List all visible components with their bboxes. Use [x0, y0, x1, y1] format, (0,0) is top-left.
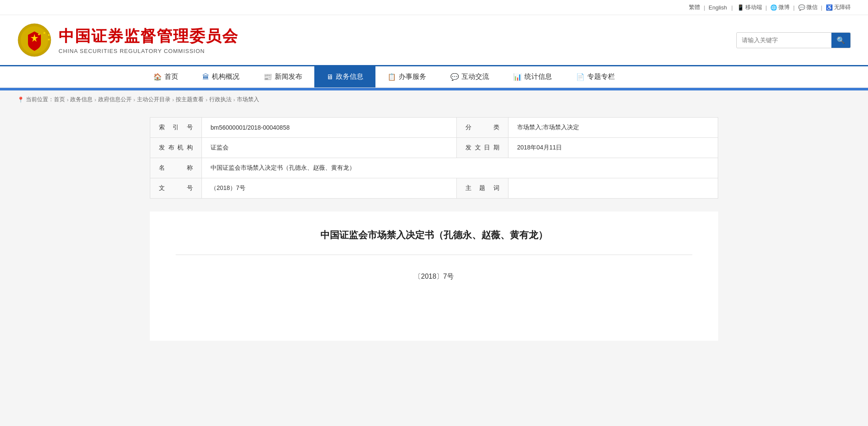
- breadcrumb-gov[interactable]: 政务信息: [70, 96, 93, 103]
- main-content: 索 引 号 bm56000001/2018-00040858 分 类 市场禁入;…: [133, 109, 735, 358]
- nav-link-interact[interactable]: 💬 互动交流: [438, 66, 501, 87]
- table-row-4: 文 号 （2018）7号 主 题 词: [150, 178, 718, 199]
- breadcrumb-theme[interactable]: 按主题查看: [176, 96, 204, 103]
- nav-item-interact: 💬 互动交流: [438, 66, 501, 87]
- accessibility-link[interactable]: 无障碍: [834, 3, 851, 11]
- nav-item-service: 📋 办事服务: [375, 66, 438, 87]
- weibo-link-group: 🌐 微博: [770, 3, 790, 11]
- bc-sep-4: ›: [172, 96, 174, 103]
- nav-link-news[interactable]: 📰 新闻发布: [251, 66, 314, 87]
- home-icon: 🏠: [153, 73, 162, 81]
- logo-area: 中国证券监督管理委员会 CHINA SECURITIES REGULATORY …: [17, 23, 239, 57]
- nav-link-home[interactable]: 🏠 首页: [141, 66, 190, 87]
- logo-text: 中国证券监督管理委员会 CHINA SECURITIES REGULATORY …: [59, 26, 239, 54]
- nav-label-topic: 专题专栏: [587, 72, 615, 81]
- separator-1: |: [704, 4, 705, 11]
- mobile-link-group: 📱 移动端: [737, 3, 762, 11]
- nav-label-gov: 政务信息: [336, 72, 363, 81]
- search-button[interactable]: 🔍: [831, 33, 850, 48]
- org-subtitle: CHINA SECURITIES REGULATORY COMMISSION: [59, 48, 239, 54]
- nav-label-interact: 互动交流: [462, 72, 489, 81]
- logo-emblem: [17, 23, 52, 57]
- gov-icon: 🖥: [326, 73, 333, 81]
- nav-item-gov: 🖥 政务信息: [314, 66, 375, 87]
- nav-item-stats: 📊 统计信息: [501, 66, 564, 87]
- info-table: 索 引 号 bm56000001/2018-00040858 分 类 市场禁入;…: [150, 117, 718, 199]
- bc-sep-6: ›: [233, 96, 235, 103]
- label-name: 名 称: [150, 158, 202, 178]
- weixin-link[interactable]: 微信: [806, 3, 818, 11]
- chat-icon: 💬: [450, 73, 459, 81]
- service-icon: 📋: [388, 73, 396, 81]
- label-category: 分 类: [456, 118, 508, 138]
- mobile-link[interactable]: 移动端: [745, 3, 762, 11]
- value-category: 市场禁入;市场禁入决定: [508, 118, 718, 138]
- separator-4: |: [821, 4, 822, 11]
- nav-link-topic[interactable]: 📄 专题专栏: [564, 66, 627, 87]
- weibo-link[interactable]: 微博: [778, 3, 790, 11]
- nav-item-institution: 🏛 机构概况: [190, 66, 251, 87]
- table-row-3: 名 称 中国证监会市场禁入决定书（孔德永、赵薇、黄有龙）: [150, 158, 718, 178]
- english-link[interactable]: English: [709, 4, 727, 11]
- topic-icon: 📄: [576, 73, 585, 81]
- search-area: 🔍: [736, 32, 851, 48]
- label-date: 发文日期: [456, 138, 508, 158]
- nav-link-service[interactable]: 📋 办事服务: [375, 66, 438, 87]
- nav-link-gov[interactable]: 🖥 政务信息: [314, 66, 375, 87]
- bc-sep-5: ›: [205, 96, 207, 103]
- separator-main: |: [731, 4, 732, 11]
- breadcrumb-home[interactable]: 当前位置：首页: [26, 96, 65, 103]
- accessibility-icon: ♿: [826, 4, 833, 11]
- lang-group: 繁體 | English: [689, 3, 727, 11]
- breadcrumb-open[interactable]: 政府信息公开: [98, 96, 132, 103]
- nav-item-topic: 📄 专题专栏: [564, 66, 627, 87]
- value-docnum: （2018）7号: [202, 178, 457, 199]
- link-group: 📱 移动端 | 🌐 微博 | 💬 微信 | ♿ 无障碍: [737, 3, 851, 11]
- breadcrumb-current: 市场禁入: [237, 96, 259, 103]
- nav-link-institution[interactable]: 🏛 机构概况: [190, 66, 251, 87]
- top-bar: 繁體 | English | 📱 移动端 | 🌐 微博 | 💬 微信 | ♿ 无…: [0, 0, 868, 15]
- nav-label-news: 新闻发布: [275, 72, 302, 81]
- value-date: 2018年04月11日: [508, 138, 718, 158]
- doc-title: 中国证监会市场禁入决定书（孔德永、赵薇、黄有龙）: [176, 229, 692, 242]
- header: 中国证券监督管理委员会 CHINA SECURITIES REGULATORY …: [0, 15, 868, 65]
- value-publisher: 证监会: [202, 138, 457, 158]
- accessibility-link-group: ♿ 无障碍: [826, 3, 851, 11]
- label-docnum: 文 号: [150, 178, 202, 199]
- nav-item-news: 📰 新闻发布: [251, 66, 314, 87]
- nav-label-home: 首页: [164, 72, 178, 81]
- doc-number: 〔2018〕7号: [176, 272, 692, 281]
- building-icon: 🏛: [202, 73, 209, 81]
- doc-area: 中国证监会市场禁入决定书（孔德永、赵薇、黄有龙） 〔2018〕7号: [150, 211, 718, 341]
- breadcrumb: 📍 当前位置：首页 › 政务信息 › 政府信息公开 › 主动公开目录 › 按主题…: [0, 90, 868, 109]
- bc-sep-2: ›: [94, 96, 96, 103]
- label-keywords: 主 题 词: [456, 178, 508, 199]
- news-icon: 📰: [264, 73, 272, 81]
- weibo-icon: 🌐: [770, 4, 777, 11]
- table-row-1: 索 引 号 bm56000001/2018-00040858 分 类 市场禁入;…: [150, 118, 718, 138]
- doc-divider: [176, 255, 692, 255]
- nav-label-stats: 统计信息: [524, 72, 552, 81]
- mobile-icon: 📱: [737, 4, 744, 11]
- separator-2: |: [766, 4, 767, 11]
- value-keywords: [508, 178, 718, 199]
- breadcrumb-catalog[interactable]: 主动公开目录: [137, 96, 170, 103]
- trad-chinese-link[interactable]: 繁體: [689, 3, 700, 11]
- separator-3: |: [793, 4, 794, 11]
- nav-item-home: 🏠 首页: [141, 66, 190, 87]
- value-name: 中国证监会市场禁入决定书（孔德永、赵薇、黄有龙）: [202, 158, 718, 178]
- label-publisher: 发布机构: [150, 138, 202, 158]
- weixin-icon: 💬: [798, 4, 805, 11]
- search-input[interactable]: [737, 33, 831, 47]
- nav-label-service: 办事服务: [399, 72, 426, 81]
- nav-link-stats[interactable]: 📊 统计信息: [501, 66, 564, 87]
- nav-bar: 🏠 首页 🏛 机构概况 📰 新闻发布 🖥 政务信息 📋: [0, 65, 868, 88]
- bc-sep-1: ›: [67, 96, 68, 103]
- table-row-2: 发布机构 证监会 发文日期 2018年04月11日: [150, 138, 718, 158]
- location-icon: 📍: [17, 96, 24, 103]
- value-index: bm56000001/2018-00040858: [202, 118, 457, 138]
- breadcrumb-admin[interactable]: 行政执法: [209, 96, 232, 103]
- stats-icon: 📊: [513, 73, 522, 81]
- bc-sep-3: ›: [133, 96, 135, 103]
- label-index: 索 引 号: [150, 118, 202, 138]
